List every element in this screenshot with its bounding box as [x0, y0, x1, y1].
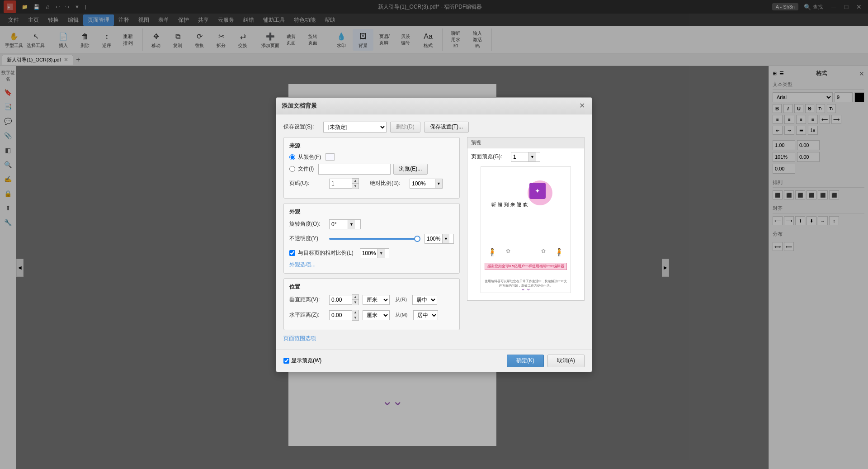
opacity-slider-track	[329, 238, 417, 240]
opacity-slider-fill	[329, 238, 417, 240]
appearance-title: 外观	[289, 208, 454, 216]
preview-section-title: 预视	[471, 139, 481, 146]
vertical-from-select[interactable]: 居中	[412, 295, 437, 305]
browse-btn[interactable]: 浏览(E)...	[393, 164, 428, 175]
show-preview-label: 显示预览(W)	[291, 357, 321, 365]
preview-chevrons: ⌄⌄	[520, 284, 531, 292]
preview-canvas: ✦ 欢迎来到福昕 🧍 🧍 ✿ ✿ 感谢您如全球6.5亿用户一样使用福	[481, 166, 571, 293]
vertical-up-btn[interactable]: ▲	[352, 295, 359, 300]
vertical-row: 垂直距离(V): ▲ ▼ 厘米 从(R)	[289, 294, 454, 305]
abs-ratio-select: ▼	[410, 179, 443, 189]
add-background-modal: 添加文档背景 ✕ 保存设置(S): [未指定] 删除(D) 保存设置(T)...…	[276, 97, 592, 372]
from-color-radio[interactable]	[289, 154, 295, 160]
file-path-input[interactable]	[318, 164, 391, 175]
page-spinner-btns: ▲ ▼	[352, 178, 359, 189]
vertical-down-btn[interactable]: ▼	[352, 300, 359, 305]
horizontal-up-btn[interactable]: ▲	[352, 310, 359, 315]
preview-section: 预视 页面预览(G): ▼	[467, 137, 585, 301]
opacity-slider-thumb[interactable]	[414, 236, 420, 242]
preview-logo-icon: ✦	[529, 183, 546, 199]
preview-banner: 感谢您如全球6.5亿用户一样使用福昕PDF编辑器	[485, 263, 567, 270]
relative-scale-input[interactable]	[360, 249, 377, 257]
relative-scale-row: 与目标页的相对比例(L) ▼	[289, 248, 454, 258]
horizontal-from-label: 从(M)	[395, 312, 408, 318]
modal-close-btn[interactable]: ✕	[577, 101, 586, 110]
modal-left-col: 来源 从颜色(F) 文件(I) 浏览(E)...	[283, 137, 460, 342]
opacity-label: 不透明度(Y)	[289, 235, 326, 242]
modal-title: 添加文档背景	[282, 102, 317, 110]
opacity-arrow[interactable]: ▼	[442, 234, 449, 243]
vertical-label: 垂直距离(V):	[289, 296, 326, 303]
rotation-label: 旋转角度(O):	[289, 220, 326, 228]
page-down-btn[interactable]: ▼	[352, 184, 359, 189]
save-settings-select[interactable]: [未指定]	[323, 122, 387, 133]
page-range-link-row: 页面范围选项	[283, 335, 460, 342]
abs-ratio-input[interactable]	[410, 180, 435, 188]
horizontal-input[interactable]	[329, 310, 352, 320]
rotation-row: 旋转角度(O): ▼	[289, 219, 454, 229]
from-file-radio[interactable]	[289, 166, 295, 172]
preview-person-left: 🧍	[488, 248, 497, 256]
show-preview-checkbox[interactable]	[283, 358, 289, 364]
preview-page-row: 页面预览(G): ▼	[471, 152, 580, 162]
cancel-btn[interactable]: 取消(A)	[547, 355, 585, 367]
horizontal-label: 水平距离(Z):	[289, 311, 326, 319]
page-ratio-row: 页码(U): ▲ ▼ 绝对比例(B):	[289, 178, 454, 189]
preview-person-right: 🧍	[555, 248, 564, 256]
opacity-select: ▼	[425, 234, 454, 244]
vertical-spinner-btns: ▲ ▼	[352, 294, 359, 305]
delete-settings-btn[interactable]: 删除(D)	[390, 122, 420, 133]
modal-columns: 来源 从颜色(F) 文件(I) 浏览(E)...	[283, 137, 585, 342]
rotation-arrow[interactable]: ▼	[348, 220, 355, 229]
page-value-input[interactable]	[329, 179, 352, 189]
rotation-input[interactable]	[330, 220, 348, 228]
opacity-input[interactable]	[425, 235, 442, 243]
save-settings-label: 保存设置(S):	[283, 123, 320, 131]
opacity-row: 不透明度(Y) ▼	[289, 234, 454, 244]
horizontal-spinner-btns: ▲ ▼	[352, 310, 359, 321]
horizontal-down-btn[interactable]: ▼	[352, 315, 359, 320]
relative-scale-label: 与目标页的相对比例(L)	[298, 249, 354, 257]
color-radio-item: 从颜色(F)	[289, 153, 454, 161]
file-radio-item: 文件(I) 浏览(E)...	[289, 164, 454, 175]
vertical-spinner: ▲ ▼	[329, 294, 359, 305]
from-file-label: 文件(I)	[298, 165, 314, 173]
horizontal-row: 水平距离(Z): ▲ ▼ 厘米 从(M)	[289, 310, 454, 321]
color-picker-box[interactable]	[326, 153, 335, 161]
relative-scale-arrow[interactable]: ▼	[377, 249, 385, 258]
relative-scale-select: ▼	[360, 248, 389, 258]
vertical-unit-select[interactable]: 厘米	[363, 295, 390, 305]
preview-decor-right: ✿	[541, 248, 546, 254]
source-section: 来源 从颜色(F) 文件(I) 浏览(E)...	[283, 137, 460, 199]
preview-page-input[interactable]	[511, 153, 528, 161]
page-range-link[interactable]: 页面范围选项	[283, 335, 316, 341]
abs-ratio-label: 绝对比例(B):	[370, 180, 406, 187]
preview-header: 预视	[467, 137, 584, 148]
save-settings-btn[interactable]: 保存设置(T)...	[424, 122, 469, 133]
page-spinner: ▲ ▼	[329, 178, 359, 189]
modal-footer: 显示预览(W) 确定(K) 取消(A)	[276, 350, 592, 372]
confirm-btn[interactable]: 确定(K)	[507, 355, 544, 367]
horizontal-from-select[interactable]: 居中	[413, 310, 438, 320]
page-label: 页码(U):	[289, 180, 326, 187]
page-up-btn[interactable]: ▲	[352, 179, 359, 184]
advanced-link[interactable]: 外观选项...	[289, 261, 316, 268]
page-num-row: 页码(U): ▲ ▼ 绝对比例(B):	[289, 178, 454, 189]
preview-body: 页面预览(G): ▼ ✦	[467, 148, 584, 300]
abs-ratio-arrow[interactable]: ▼	[435, 179, 442, 188]
vertical-input[interactable]	[329, 295, 352, 305]
vertical-from-label: 从(R)	[395, 296, 407, 303]
show-preview-row: 显示预览(W)	[283, 355, 321, 367]
source-title: 来源	[289, 142, 454, 150]
horizontal-unit-select[interactable]: 厘米	[363, 310, 390, 320]
modal-overlay: 添加文档背景 ✕ 保存设置(S): [未指定] 删除(D) 保存设置(T)...…	[0, 0, 868, 469]
relative-scale-checkbox[interactable]	[289, 250, 295, 256]
rotation-select: ▼	[329, 219, 361, 229]
save-settings-row: 保存设置(S): [未指定] 删除(D) 保存设置(T)...	[283, 122, 585, 133]
horizontal-spinner: ▲ ▼	[329, 310, 359, 321]
position-title: 位置	[289, 283, 454, 291]
source-radio-group: 从颜色(F) 文件(I) 浏览(E)...	[289, 153, 454, 175]
from-color-label: 从颜色(F)	[298, 153, 321, 161]
preview-page-arrow[interactable]: ▼	[528, 152, 536, 161]
preview-decor-left: ✿	[506, 248, 510, 254]
